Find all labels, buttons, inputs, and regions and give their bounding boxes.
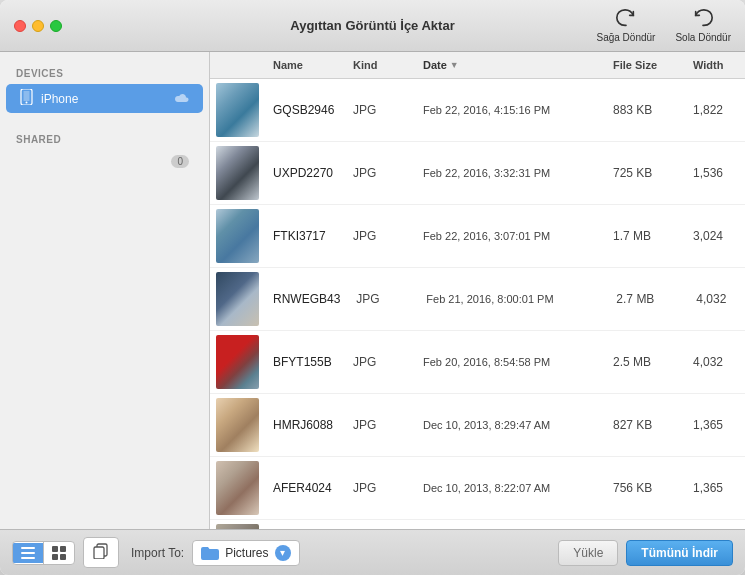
cell-kind: JPG	[345, 414, 415, 436]
sidebar: DEVICES iPhone SHARED 0	[0, 52, 210, 529]
cloud-icon	[173, 91, 189, 107]
iphone-icon	[20, 89, 33, 108]
cell-width: 4,032	[688, 288, 745, 310]
cell-width: 4,032	[685, 351, 745, 373]
table-row[interactable]: FTKI3717 JPG Feb 22, 2016, 3:07:01 PM 1.…	[210, 205, 745, 268]
sidebar-item-iphone[interactable]: iPhone	[6, 84, 203, 113]
cell-thumbnail	[210, 457, 265, 519]
cell-thumbnail	[210, 268, 265, 330]
sort-arrow-icon: ▼	[450, 60, 459, 70]
thumbnail-image	[216, 209, 259, 263]
table-row[interactable]: FTHL7015 JPG Dec 10, 2013, 8:13:55 AM 71…	[210, 520, 745, 529]
maximize-button[interactable]	[50, 20, 62, 32]
cell-date: Feb 22, 2016, 3:07:01 PM	[415, 226, 605, 246]
cell-width: 3,024	[685, 225, 745, 247]
cell-date: Dec 10, 2013, 8:29:47 AM	[415, 415, 605, 435]
cell-width: 1,536	[685, 162, 745, 184]
yukle-button[interactable]: Yükle	[558, 540, 618, 566]
iphone-label: iPhone	[41, 92, 173, 106]
cell-size: 883 KB	[605, 99, 685, 121]
folder-icon	[201, 546, 219, 560]
tumunu-button[interactable]: Tümünü İndir	[626, 540, 733, 566]
cell-name: UXPD2270	[265, 162, 345, 184]
rotate-left-button[interactable]: Sola Döndür	[675, 8, 731, 43]
cell-size: 725 KB	[605, 162, 685, 184]
shared-section: 0	[6, 150, 203, 173]
cell-kind: JPG	[345, 351, 415, 373]
cell-date: Dec 10, 2013, 8:22:07 AM	[415, 478, 605, 498]
svg-rect-5	[21, 557, 35, 559]
th-kind[interactable]: Kind	[345, 57, 415, 73]
copy-button[interactable]	[83, 537, 119, 568]
table-row[interactable]: UXPD2270 JPG Feb 22, 2016, 3:32:31 PM 72…	[210, 142, 745, 205]
th-date[interactable]: Date ▼	[415, 57, 605, 73]
cell-thumbnail	[210, 331, 265, 393]
svg-point-2	[26, 102, 28, 104]
bottom-bar: Import To: Pictures ▾ Yükle Tümünü İndir	[0, 529, 745, 575]
thumbnail-image	[216, 83, 259, 137]
cell-date: Feb 21, 2016, 8:00:01 PM	[418, 289, 608, 309]
cell-kind: JPG	[345, 225, 415, 247]
thumbnail-image	[216, 335, 259, 389]
svg-rect-4	[21, 552, 35, 554]
minimize-button[interactable]	[32, 20, 44, 32]
table-header: Name Kind Date ▼ File Size Width	[210, 52, 745, 79]
cell-width: 1,365	[685, 414, 745, 436]
svg-rect-6	[52, 546, 58, 552]
th-name[interactable]: Name	[265, 57, 345, 73]
cell-thumbnail	[210, 394, 265, 456]
cell-name: AFER4024	[265, 477, 345, 499]
svg-rect-3	[21, 547, 35, 549]
cell-name: BFYT155B	[265, 351, 345, 373]
rotate-right-label: Sağa Döndür	[596, 32, 655, 43]
close-button[interactable]	[14, 20, 26, 32]
svg-rect-1	[24, 91, 30, 101]
file-area: Name Kind Date ▼ File Size Width GQSB294…	[210, 52, 745, 529]
cell-name: RNWEGB43	[265, 288, 348, 310]
cell-name: HMRJ6088	[265, 414, 345, 436]
window-title: Aygıttan Görüntü İçe Aktar	[290, 18, 454, 33]
thumbnail-image	[216, 146, 259, 200]
svg-rect-9	[60, 554, 66, 560]
table-row[interactable]: HMRJ6088 JPG Dec 10, 2013, 8:29:47 AM 82…	[210, 394, 745, 457]
cell-size: 2.7 MB	[608, 288, 688, 310]
rotate-left-label: Sola Döndür	[675, 32, 731, 43]
shared-count: 0	[171, 155, 189, 168]
cell-size: 2.5 MB	[605, 351, 685, 373]
cell-width: 1,365	[685, 477, 745, 499]
main-window: Aygıttan Görüntü İçe Aktar Sağa Döndür S…	[0, 0, 745, 575]
import-destination-dropdown[interactable]: Pictures ▾	[192, 540, 299, 566]
table-row[interactable]: RNWEGB43 JPG Feb 21, 2016, 8:00:01 PM 2.…	[210, 268, 745, 331]
import-destination-text: Pictures	[225, 546, 268, 560]
cell-thumbnail	[210, 142, 265, 204]
table-body[interactable]: GQSB2946 JPG Feb 22, 2016, 4:15:16 PM 88…	[210, 79, 745, 529]
svg-rect-7	[60, 546, 66, 552]
cell-kind: JPG	[348, 288, 418, 310]
traffic-lights	[14, 20, 62, 32]
shared-header: SHARED	[0, 126, 209, 149]
rotate-right-button[interactable]: Sağa Döndür	[596, 8, 655, 43]
table-row[interactable]: GQSB2946 JPG Feb 22, 2016, 4:15:16 PM 88…	[210, 79, 745, 142]
cell-thumbnail	[210, 520, 265, 529]
titlebar-actions: Sağa Döndür Sola Döndür	[596, 8, 731, 43]
view-toggle	[12, 541, 75, 565]
cell-date: Feb 22, 2016, 4:15:16 PM	[415, 100, 605, 120]
th-width[interactable]: Width	[685, 57, 745, 73]
list-view-button[interactable]	[13, 543, 43, 563]
grid-view-button[interactable]	[43, 542, 74, 564]
svg-rect-8	[52, 554, 58, 560]
devices-header: DEVICES	[0, 60, 209, 83]
thumbnail-image	[216, 272, 259, 326]
table-row[interactable]: AFER4024 JPG Dec 10, 2013, 8:22:07 AM 75…	[210, 457, 745, 520]
svg-rect-11	[94, 547, 104, 559]
table-row[interactable]: BFYT155B JPG Feb 20, 2016, 8:54:58 PM 2.…	[210, 331, 745, 394]
cell-date: Feb 20, 2016, 8:54:58 PM	[415, 352, 605, 372]
thumbnail-image	[216, 398, 259, 452]
th-thumbnail	[210, 63, 265, 67]
thumbnail-image	[216, 461, 259, 515]
import-to-label: Import To:	[131, 546, 184, 560]
cell-name: FTKI3717	[265, 225, 345, 247]
cell-width: 1,822	[685, 99, 745, 121]
th-filesize[interactable]: File Size	[605, 57, 685, 73]
cell-size: 827 KB	[605, 414, 685, 436]
